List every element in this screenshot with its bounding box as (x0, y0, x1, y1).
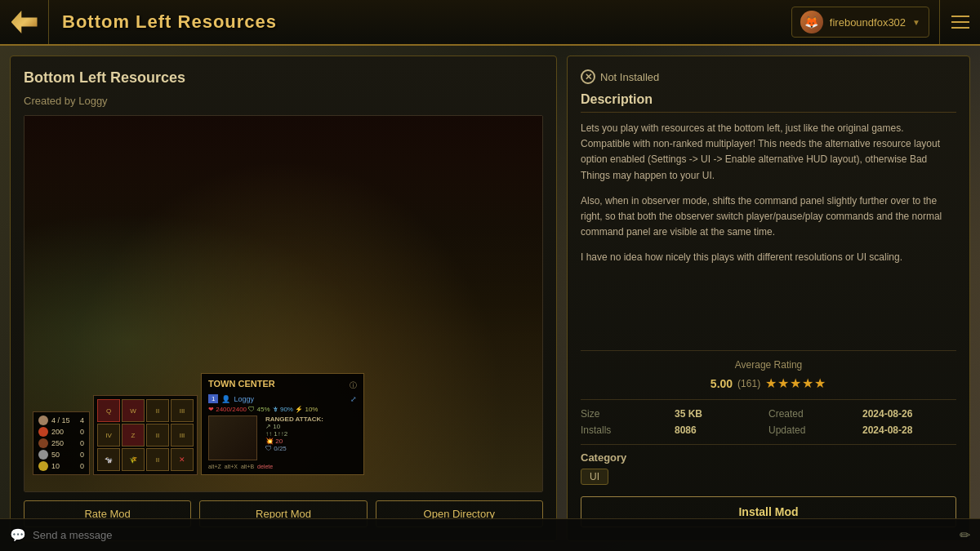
tc-ranged-stats: RANGED ATTACK: ↗ 10 ↑↑ 1↑↑2 💥 20 🛡 0/25 (265, 415, 323, 460)
mod-title: Bottom Left Resources (24, 69, 543, 87)
back-arrow-icon (11, 11, 38, 33)
tc-expand-icon[interactable]: ⤢ (350, 395, 357, 403)
installs-value: 8086 (675, 424, 768, 436)
chat-input[interactable] (33, 529, 953, 541)
left-panel: Bottom Left Resources Created by Loggy 4… (10, 56, 557, 541)
username-label: fireboundfox302 (830, 16, 906, 29)
resources-panel: 4 / 15 4 200 0 250 0 50 (33, 411, 90, 475)
tc-info-icon[interactable]: ⓘ (350, 380, 357, 391)
not-installed-icon: ✕ (581, 69, 595, 84)
game-ui-overlay: 4 / 15 4 200 0 250 0 50 (33, 373, 364, 475)
category-tag: UI (581, 469, 608, 485)
chat-send-icon[interactable]: ✏ (960, 527, 970, 543)
pop-icon (38, 415, 48, 425)
town-center-panel: TOWN CENTER ⓘ 1 👤 Loggy ⤢ ❤ 2400/2400 🛡 … (201, 373, 364, 475)
cmd-btn-delete[interactable]: ✕ (171, 448, 194, 471)
rating-count: (161) (737, 378, 760, 389)
cmd-btn-6[interactable]: Z (122, 424, 145, 447)
resource-gold: 10 0 (38, 461, 84, 471)
rating-section: Average Rating 5.00 (161) ★★★★★ (581, 350, 956, 391)
install-status-badge: ✕ Not Installed (581, 69, 956, 84)
rating-score: 5.00 (710, 377, 733, 390)
tc-player: 1 👤 Loggy ⤢ (208, 394, 357, 403)
avatar: 🦊 (800, 11, 823, 33)
rating-label: Average Rating (581, 359, 956, 371)
stone-icon (38, 450, 48, 460)
wood-icon (38, 438, 48, 448)
description-heading: Description (581, 92, 956, 113)
updated-value: 2024-08-28 (862, 424, 956, 436)
description-text: Lets you play with resources at the bott… (581, 121, 956, 342)
tc-stats: ❤ 2400/2400 🛡 45% 🗡 90% ⚡ 10% (208, 406, 357, 413)
cmd-btn-3[interactable]: II (146, 399, 169, 422)
gold-icon (38, 461, 48, 471)
tc-actions: alt+Z alt+X alt+B delete (208, 464, 357, 469)
resource-wood: 250 0 (38, 438, 84, 448)
cmd-btn-1[interactable]: Q (97, 399, 120, 422)
user-dropdown[interactable]: 🦊 fireboundfox302 ▼ (791, 7, 929, 38)
back-button[interactable] (0, 0, 49, 44)
meta-grid: Size 35 KB Created 2024-08-26 Installs 8… (581, 399, 956, 436)
cmd-btn-9[interactable]: 🐄 (97, 448, 120, 471)
cmd-btn-5[interactable]: IV (97, 424, 120, 447)
chevron-down-icon: ▼ (912, 18, 920, 27)
created-label: Created (768, 408, 862, 420)
desc-para-3: I have no idea how nicely this plays wit… (581, 250, 953, 265)
chat-icon: 💬 (10, 527, 26, 543)
mod-preview: 4 / 15 4 200 0 250 0 50 (24, 115, 543, 492)
command-panel: Q W II III IV Z II III 🐄 🌾 II ✕ (93, 395, 198, 475)
main-layout: Bottom Left Resources Created by Loggy 4… (0, 46, 980, 551)
hamburger-icon (951, 16, 969, 29)
created-value: 2024-08-26 (862, 408, 956, 420)
tc-title: TOWN CENTER (208, 379, 275, 389)
cmd-btn-10[interactable]: 🌾 (122, 448, 145, 471)
install-status-text: Not Installed (600, 71, 659, 83)
category-section: Category UI (581, 444, 956, 485)
topbar: Bottom Left Resources 🦊 fireboundfox302 … (0, 0, 980, 46)
category-label: Category (581, 451, 956, 464)
size-value: 35 KB (675, 408, 768, 420)
installs-label: Installs (581, 424, 675, 436)
tc-detail: RANGED ATTACK: ↗ 10 ↑↑ 1↑↑2 💥 20 🛡 0/25 (208, 415, 357, 460)
cmd-btn-2[interactable]: W (122, 399, 145, 422)
right-panel: ✕ Not Installed Description Lets you pla… (567, 56, 970, 541)
cmd-btn-4[interactable]: III (171, 399, 194, 422)
mod-author: Created by Loggy (24, 95, 543, 107)
desc-para-2: Also, when in observer mode, shifts the … (581, 193, 953, 241)
resource-food: 200 0 (38, 427, 84, 437)
cmd-btn-7[interactable]: II (146, 424, 169, 447)
page-title: Bottom Left Resources (49, 11, 791, 33)
updated-label: Updated (768, 424, 862, 436)
desc-para-1: Lets you play with resources at the bott… (581, 121, 953, 184)
menu-button[interactable] (939, 0, 980, 44)
cmd-btn-8[interactable]: III (171, 424, 194, 447)
resource-pop: 4 / 15 4 (38, 415, 84, 425)
chat-bar: 💬 ✏ (0, 518, 980, 551)
cmd-btn-11[interactable]: II (146, 448, 169, 471)
size-label: Size (581, 408, 675, 420)
rating-stars: ★★★★★ (765, 375, 826, 391)
rating-row: 5.00 (161) ★★★★★ (581, 375, 956, 391)
food-icon (38, 427, 48, 437)
resource-stone: 50 0 (38, 450, 84, 460)
player-icon: 👤 (221, 395, 230, 403)
tc-unit-image (208, 415, 257, 460)
